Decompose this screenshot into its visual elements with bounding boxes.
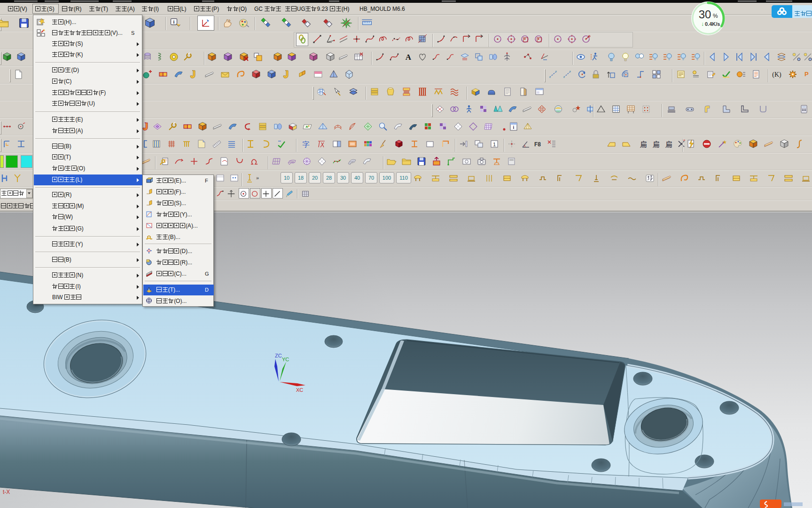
- svg-text:扁: 扁: [640, 141, 647, 148]
- svg-text:(K): (K): [772, 71, 781, 79]
- svg-text:扁: 扁: [653, 141, 660, 148]
- svg-text:0.4K/s: 0.4K/s: [705, 21, 720, 27]
- svg-text:ZC: ZC: [275, 353, 282, 358]
- svg-text:A: A: [406, 53, 412, 62]
- svg-text:i: i: [513, 125, 515, 130]
- svg-text:30: 30: [699, 8, 711, 21]
- svg-text:F8: F8: [534, 141, 541, 148]
- svg-text:字: 字: [303, 141, 310, 148]
- svg-text:1: 1: [493, 142, 496, 147]
- svg-text:YC: YC: [282, 357, 289, 362]
- svg-text:%: %: [713, 13, 718, 19]
- svg-text:XC: XC: [296, 387, 303, 393]
- svg-text:t-X: t-X: [3, 489, 10, 495]
- svg-text:↓: ↓: [701, 21, 704, 27]
- svg-text:扁: 扁: [665, 141, 672, 148]
- svg-text:i: i: [173, 19, 175, 24]
